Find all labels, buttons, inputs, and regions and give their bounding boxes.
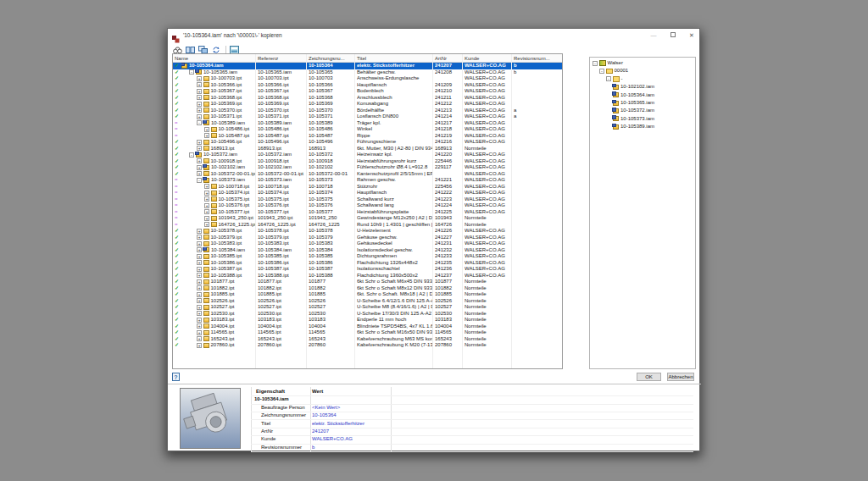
- expand-icon[interactable]: +: [197, 323, 202, 329]
- expand-icon[interactable]: +: [197, 95, 202, 100]
- expand-icon[interactable]: +: [197, 305, 202, 310]
- collapse-icon[interactable]: -: [606, 76, 611, 81]
- expand-icon[interactable]: +: [197, 318, 202, 323]
- maximize-button[interactable]: [666, 31, 680, 40]
- expand-icon[interactable]: +: [197, 260, 202, 265]
- expand-icon[interactable]: +: [197, 76, 202, 81]
- tree-node[interactable]: 10-102102.iam: [590, 83, 695, 91]
- table-row[interactable]: =+10-105487.ipt10-105487.ipt10-105487Rip…: [173, 133, 562, 140]
- expand-icon[interactable]: +: [197, 229, 202, 234]
- table-row[interactable]: ✓+10-102102.iam10-102102.iam10-102102Füh…: [173, 164, 562, 171]
- cancel-button[interactable]: Abbrechen: [667, 373, 694, 381]
- table-row[interactable]: ✓+10-105385.ipt10-105385.ipt10-105385Dic…: [173, 253, 562, 260]
- expand-icon[interactable]: +: [197, 247, 202, 252]
- expand-icon[interactable]: +: [204, 191, 209, 196]
- expand-icon[interactable]: +: [197, 273, 202, 278]
- table-row[interactable]: ✓+101877.ipt101877.ipt1018776kt Schr o S…: [173, 279, 562, 285]
- expand-icon[interactable]: +: [197, 235, 202, 240]
- collapse-icon[interactable]: -: [189, 69, 194, 75]
- collapse-icon[interactable]: -: [593, 61, 598, 66]
- expand-icon[interactable]: +: [197, 279, 202, 285]
- expand-icon[interactable]: +: [197, 285, 202, 290]
- tree-node[interactable]: --: [590, 75, 695, 83]
- expand-icon[interactable]: +: [197, 343, 202, 348]
- table-row[interactable]: ✓+165243.ipt165243.ipt165243Kabelverschr…: [173, 336, 562, 343]
- minimize-button[interactable]: —: [647, 31, 660, 40]
- collapse-icon[interactable]: -: [197, 178, 202, 183]
- expand-icon[interactable]: +: [197, 292, 202, 297]
- expand-icon[interactable]: +: [197, 311, 202, 316]
- expand-icon[interactable]: +: [204, 216, 209, 221]
- table-row[interactable]: ✓+10-105378.ipt10-105378.ipt10-105378U-H…: [173, 228, 562, 235]
- help-icon[interactable]: ?: [172, 373, 180, 381]
- expand-icon[interactable]: +: [197, 254, 202, 259]
- table-row[interactable]: ✓-10-105372.iam10-105372.iam10-105372Hei…: [173, 152, 562, 158]
- column-header[interactable]: ArtNr: [435, 56, 447, 61]
- table-header[interactable]: NameReferenzZeichnungsnu...TitelArtNrKun…: [173, 54, 562, 63]
- expand-icon[interactable]: +: [197, 102, 202, 107]
- table-row[interactable]: ✓+10-105371.ipt10-105371.ipt10-105371Los…: [173, 113, 562, 120]
- expand-icon[interactable]: +: [197, 114, 202, 119]
- tree-node[interactable]: -Walser: [590, 59, 695, 67]
- table-row[interactable]: ✓+10-105383.ipt10-105383.ipt10-105383Geh…: [173, 240, 562, 247]
- ok-button[interactable]: OK: [637, 373, 661, 381]
- expand-icon[interactable]: +: [204, 222, 209, 227]
- table-row[interactable]: ✓+10-105387.ipt10-105387.ipt10-105387Iso…: [173, 266, 562, 273]
- expand-icon[interactable]: +: [204, 133, 209, 138]
- expand-icon[interactable]: +: [197, 82, 202, 87]
- table-row[interactable]: =+10-105375.ipt10-105375.ipt10-105375Sch…: [173, 196, 562, 203]
- table-row[interactable]: ✓+10-100918.ipt10-100918.ipt10-100918Hei…: [173, 158, 562, 165]
- column-header[interactable]: Revisionsnum...: [514, 56, 550, 61]
- expand-icon[interactable]: +: [197, 140, 202, 145]
- expand-icon[interactable]: +: [204, 184, 209, 189]
- table-row[interactable]: ✓+101882.ipt101882.ipt1018826kt Schr o S…: [173, 285, 562, 292]
- table-row[interactable]: ✓+10-105496.ipt10-105496.ipt10-105496Füh…: [173, 139, 562, 146]
- close-button[interactable]: ✕: [685, 31, 698, 40]
- tree-node[interactable]: 10-105364.iam: [590, 91, 695, 99]
- table-row[interactable]: ✓+10-105379.ipt10-105379.ipt10-105379Geh…: [173, 235, 562, 241]
- expand-icon[interactable]: +: [197, 336, 202, 341]
- table-row[interactable]: ✓+10-105384.iam10-105384.iam10-105384Iso…: [173, 247, 562, 254]
- table-row[interactable]: ✓+114565.ipt114565.ipt1145656kt Schr o S…: [173, 329, 562, 336]
- table-row[interactable]: ✓+103183.ipt103183.ipt103183Endperle 11 …: [173, 317, 562, 323]
- table-row[interactable]: ✓+102527.ipt102527.ipt102527U-Scheibe M8…: [173, 304, 562, 311]
- column-header[interactable]: Zeichnungsnu...: [309, 56, 345, 61]
- expand-icon[interactable]: +: [197, 171, 202, 176]
- table-row[interactable]: ✓+101885.ipt101885.ipt1018856kt. Schr o …: [173, 291, 562, 298]
- expand-icon[interactable]: +: [197, 89, 202, 94]
- table-row[interactable]: ✓+102530.ipt102530.ipt102530U-Scheibe 17…: [173, 311, 562, 318]
- collapse-icon[interactable]: -: [197, 120, 202, 125]
- column-header[interactable]: Referenz: [258, 56, 278, 61]
- table-row[interactable]: ✓+168913.ipt168913.ipt1689136kt. Mutter,…: [173, 146, 562, 152]
- table-row[interactable]: ✓+10-105367.ipt10-105367.ipt10-105367Bod…: [173, 88, 562, 95]
- collapse-icon[interactable]: -: [599, 69, 604, 74]
- table-row[interactable]: =+10-105486.ipt10-105486.ipt10-105486Win…: [173, 126, 562, 133]
- table-row[interactable]: ✓+104004.ipt104004.ipt104004Blindniete T…: [173, 323, 562, 330]
- expand-icon[interactable]: +: [197, 298, 202, 303]
- tree-node[interactable]: 10-105389.iam: [590, 123, 695, 130]
- table-row[interactable]: =+10-105374.ipt10-105374.ipt10-105374Hau…: [173, 190, 562, 196]
- table-row[interactable]: ✓-10-105365.iam10-105365.iam10-105365Beh…: [173, 69, 562, 76]
- expand-icon[interactable]: +: [204, 196, 209, 202]
- table-row[interactable]: =+10-105376.ipt10-105376.ipt10-105376Sch…: [173, 202, 562, 209]
- table-row[interactable]: ✓+10-105388.ipt10-105388.ipt10-105388Fla…: [173, 273, 562, 279]
- table-row[interactable]: ✓+10-105368.ipt10-105368.ipt10-105368Ans…: [173, 95, 562, 102]
- table-row[interactable]: =+164726_1225.ipt164726_1225.ipt164726_1…: [173, 222, 562, 229]
- table-row[interactable]: =+10-105377.ipt10-105377.ipt10-105377Hei…: [173, 209, 562, 216]
- table-row[interactable]: ✓+10-105386.ipt10-105386.ipt10-105386Fla…: [173, 260, 562, 267]
- tree-node[interactable]: 10-105365.iam: [590, 99, 695, 107]
- column-header[interactable]: Name: [175, 56, 188, 61]
- table-row[interactable]: =+10-100718.ipt10-100718.ipt10-100718Stü…: [173, 184, 562, 191]
- table-row[interactable]: ✓+102526.ipt102526.ipt102526U-Scheibe 6.…: [173, 298, 562, 305]
- table-row[interactable]: =-10-105389.iam10-105389.iam10-105389Trä…: [173, 120, 562, 127]
- table-row[interactable]: ✓+10-105370.ipt10-105370.ipt10-105370Bör…: [173, 108, 562, 114]
- column-header[interactable]: Kunde: [465, 56, 479, 61]
- expand-icon[interactable]: +: [204, 209, 209, 214]
- expand-icon[interactable]: +: [197, 330, 202, 335]
- tree-node[interactable]: -00001: [590, 67, 695, 75]
- collapse-icon[interactable]: -: [189, 152, 194, 158]
- expand-icon[interactable]: +: [197, 146, 202, 151]
- table-row[interactable]: ✓+207860.ipt207860.ipt207860Kabelverschr…: [173, 342, 562, 349]
- table-row[interactable]: ✓+10-105366.ipt10-105366.ipt10-105366Hau…: [173, 82, 562, 89]
- expand-icon[interactable]: +: [197, 267, 202, 272]
